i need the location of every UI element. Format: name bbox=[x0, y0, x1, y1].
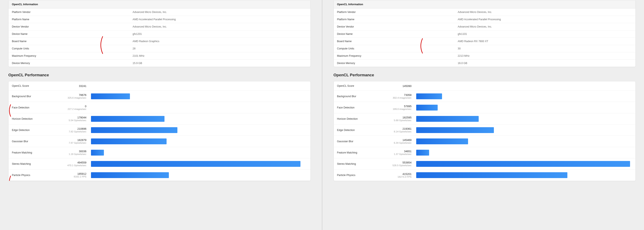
info-value: Advanced Micro Devices, Inc. bbox=[129, 9, 310, 16]
perf-bar bbox=[416, 161, 630, 167]
perf-bar bbox=[91, 127, 178, 133]
perf-score: 30036 bbox=[49, 150, 86, 153]
perf-bar bbox=[91, 161, 300, 167]
info-value: 30 bbox=[454, 45, 636, 52]
perf-score: 78676 bbox=[49, 93, 86, 97]
info-value: 2213 MHz bbox=[454, 52, 636, 60]
perf-score: 57895 bbox=[374, 105, 412, 108]
perf-label: Face Detection bbox=[12, 106, 49, 109]
perf-sub: 189.0 images/sec bbox=[374, 108, 412, 110]
perf-bar bbox=[91, 172, 169, 178]
info-value: 15.9 GB bbox=[129, 60, 310, 67]
perf-sub: 470.1 Gpixels/sec bbox=[49, 164, 86, 167]
perf-bar bbox=[91, 93, 130, 99]
info-row: Maximum Frequency2213 MHz bbox=[334, 52, 636, 60]
opencl-info-card-left: OpenCL Information Platform VendorAdvanc… bbox=[8, 0, 311, 67]
opencl-perf-card-left: OpenCL Score 33241 Background Blur 78676… bbox=[8, 81, 311, 181]
perf-bar bbox=[91, 150, 104, 156]
info-value: gfx1101 bbox=[454, 31, 636, 38]
perf-score: 178044 bbox=[49, 116, 86, 119]
score-label: OpenCL Score bbox=[12, 84, 49, 87]
info-label: Maximum Frequency bbox=[334, 52, 454, 60]
info-label: Platform Vendor bbox=[8, 9, 129, 16]
perf-label: Face Detection bbox=[337, 106, 374, 109]
perf-label: Stereo Matching bbox=[12, 162, 49, 165]
info-row: Platform NameAMD Accelerated Parallel Pr… bbox=[334, 16, 636, 23]
info-header: OpenCL Information bbox=[334, 0, 636, 9]
info-label: Compute Units bbox=[8, 45, 129, 52]
perf-sub: 5.68 Gpixels/sec bbox=[374, 119, 412, 122]
perf-label: Gaussian Blur bbox=[12, 140, 49, 143]
left-column: OpenCL Information Platform VendorAdvanc… bbox=[0, 0, 319, 230]
perf-score-row: OpenCL Score 33241 bbox=[8, 81, 310, 91]
perf-row: Edge Detection 2193618.14 Gpixels/sec bbox=[334, 124, 636, 136]
score-value: 33241 bbox=[49, 84, 86, 88]
perf-row: Stereo Matching 494559470.1 Gpixels/sec bbox=[8, 158, 310, 169]
perf-bar bbox=[416, 150, 429, 156]
info-label: Compute Units bbox=[334, 45, 454, 52]
perf-label: Particle Physics bbox=[337, 174, 374, 177]
info-label: Device Name bbox=[334, 31, 454, 38]
perf-label: Background Blur bbox=[12, 95, 49, 98]
info-row: Platform VendorAdvanced Micro Devices, I… bbox=[334, 9, 636, 16]
perf-label: Background Blur bbox=[337, 95, 374, 98]
info-row: Compute Units30 bbox=[334, 45, 636, 52]
perf-bar bbox=[416, 138, 468, 144]
info-label: Device Vendor bbox=[8, 23, 129, 31]
perf-sub: 1.37 Gpixels/sec bbox=[374, 153, 412, 155]
info-label: Maximum Frequency bbox=[8, 52, 129, 60]
info-label: Platform Name bbox=[8, 16, 129, 23]
perf-score: 0 bbox=[49, 105, 86, 108]
perf-bar bbox=[416, 116, 479, 122]
perf-row: Background Blur 78676325.6 images/sec bbox=[8, 91, 310, 102]
perf-score: 494559 bbox=[49, 161, 86, 164]
perf-score: 145469 bbox=[374, 138, 412, 142]
info-label: Device Memory bbox=[8, 60, 129, 67]
perf-label: Horizon Detection bbox=[337, 117, 374, 120]
right-column: OpenCL Information Platform VendorAdvanc… bbox=[325, 0, 644, 230]
perf-row: Background Blur 73058302.4 images/sec bbox=[334, 91, 636, 102]
info-label: Device Vendor bbox=[334, 23, 454, 31]
perf-row: Gaussian Blur 1454696.34 Gpixels/sec bbox=[334, 136, 636, 147]
info-row: Device VendorAdvanced Micro Devices, Inc… bbox=[8, 23, 310, 31]
perf-row: Edge Detection 2106967.82 Gpixels/sec bbox=[8, 124, 310, 136]
info-label: Device Name bbox=[8, 31, 129, 38]
perf-sub: 7.82 Gpixels/sec bbox=[49, 130, 86, 133]
score-value: 145090 bbox=[374, 84, 412, 88]
score-label: OpenCL Score bbox=[337, 84, 374, 87]
info-label: Board Name bbox=[8, 38, 129, 45]
perf-row: Feature Matching 300361.18 Gpixels/sec bbox=[8, 147, 310, 158]
perf-label: Particle Physics bbox=[12, 174, 49, 177]
perf-row: Horizon Detection 1825955.68 Gpixels/sec bbox=[334, 113, 636, 124]
info-row: Device VendorAdvanced Micro Devices, Inc… bbox=[334, 23, 636, 31]
info-header: OpenCL Information bbox=[8, 0, 310, 9]
perf-row: Horizon Detection 1780445.54 Gpixels/sec bbox=[8, 113, 310, 124]
info-row: Device Namegfx1101 bbox=[334, 31, 636, 38]
info-row: Device Namegfx1201 bbox=[8, 31, 310, 38]
perf-bar bbox=[91, 116, 164, 122]
perf-row: Feature Matching 346511.37 Gpixels/sec bbox=[334, 147, 636, 158]
perf-bar bbox=[416, 127, 494, 133]
info-label: Device Memory bbox=[334, 60, 454, 67]
info-value: 16.0 GB bbox=[454, 60, 636, 67]
info-row: Board NameAMD Radeon RX 7800 XT bbox=[334, 38, 636, 45]
info-value: AMD Radeon RX 7800 XT bbox=[454, 38, 636, 45]
info-label: Platform Vendor bbox=[334, 9, 454, 16]
info-value: AMD Accelerated Parallel Processing bbox=[129, 16, 310, 23]
info-row: Platform NameAMD Accelerated Parallel Pr… bbox=[8, 16, 310, 23]
perf-sub: 325.6 images/sec bbox=[49, 97, 86, 99]
opencl-perf-card-right: OpenCL Score 145090 Background Blur 7305… bbox=[334, 81, 636, 181]
info-value: Advanced Micro Devices, Inc. bbox=[454, 23, 636, 31]
perf-sub: 1.18 Gpixels/sec bbox=[49, 153, 86, 155]
perf-score: 185912 bbox=[49, 172, 86, 175]
perf-sub: 227.2 images/sec bbox=[49, 108, 86, 110]
perf-score: 182595 bbox=[374, 116, 412, 119]
perf-sub: 526.5 Gpixels/sec bbox=[374, 164, 412, 167]
perf-sub: 18273.3 FPS bbox=[374, 176, 412, 178]
info-value: 2101 MHz bbox=[129, 52, 310, 60]
info-label: Platform Name bbox=[334, 16, 454, 23]
perf-row: Face Detection 0227.2 images/sec bbox=[8, 102, 310, 113]
column-divider bbox=[319, 0, 325, 230]
perf-label: Feature Matching bbox=[12, 151, 49, 154]
info-row: Compute Units28 bbox=[8, 45, 310, 52]
